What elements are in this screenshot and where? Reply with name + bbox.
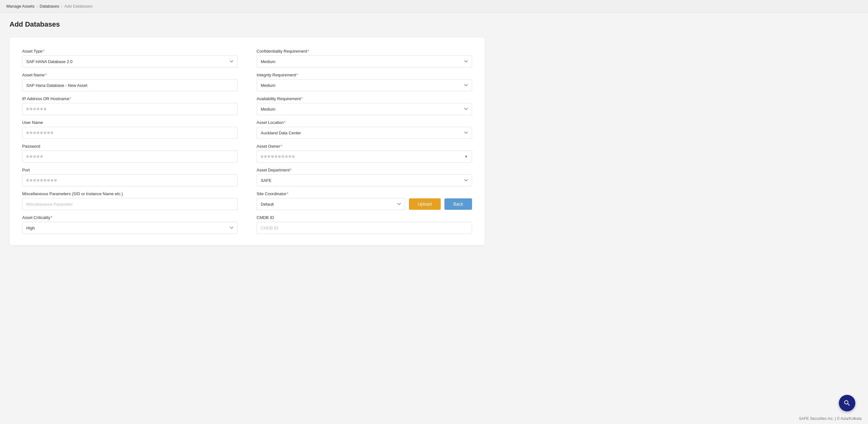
username-group: User Name xyxy=(22,120,238,139)
asset-location-group: Asset Location* Auckland Data Center Syd… xyxy=(257,120,472,139)
username-input[interactable] xyxy=(22,127,238,139)
dot-port1 xyxy=(26,179,29,182)
breadcrumb-add-databases: Add Databases xyxy=(64,4,93,8)
dot-p2 xyxy=(30,155,32,158)
dot-port2 xyxy=(30,179,32,182)
site-coordinator-row: Default Primary Secondary Upload Back xyxy=(257,198,472,210)
confidentiality-label: Confidentiality Requirement* xyxy=(257,49,472,54)
dot5 xyxy=(40,108,43,110)
asset-type-required: * xyxy=(43,49,44,54)
asset-department-label: Asset Department* xyxy=(257,168,472,172)
cmdb-id-input[interactable] xyxy=(257,222,472,234)
dot-o9 xyxy=(288,155,291,158)
breadcrumb: Manage Assets › Databases › Add Database… xyxy=(0,0,868,13)
upload-button[interactable]: Upload xyxy=(409,199,441,210)
dot-p1 xyxy=(26,155,29,158)
integrity-group: Integrity Requirement* Medium Low High xyxy=(257,72,472,91)
asset-name-input[interactable] xyxy=(22,79,238,91)
dot-o2 xyxy=(264,155,267,158)
password-label: Password xyxy=(22,144,238,149)
misc-params-label: Miscellaneous Parameters (SID or Instanc… xyxy=(22,191,238,196)
breadcrumb-sep-1: › xyxy=(36,4,38,8)
dot4 xyxy=(37,108,39,110)
ip-address-label: IP Address OR Hostname* xyxy=(22,96,238,101)
dot-port4 xyxy=(37,179,39,182)
asset-criticality-label: Asset Criticality* xyxy=(22,215,238,220)
port-group: Port xyxy=(22,168,238,186)
port-input[interactable] xyxy=(22,174,238,186)
availability-label: Availability Requirement* xyxy=(257,96,472,101)
dot2 xyxy=(30,108,32,110)
dot-port9 xyxy=(54,179,57,182)
asset-criticality-select[interactable]: High Medium Low xyxy=(22,222,238,234)
right-column: Confidentiality Requirement* Medium Low … xyxy=(257,49,472,234)
dot-o5 xyxy=(275,155,277,158)
asset-criticality-group: Asset Criticality* High Medium Low xyxy=(22,215,238,234)
site-coordinator-label: Site Coordinator* xyxy=(257,191,472,196)
dept-required: * xyxy=(290,168,291,172)
dot-port6 xyxy=(44,179,46,182)
dot-o6 xyxy=(278,155,281,158)
dot-port3 xyxy=(33,179,36,182)
ip-address-group: IP Address OR Hostname* xyxy=(22,96,238,115)
asset-owner-select[interactable]: ▼ xyxy=(257,151,472,162)
asset-type-label: Asset Type* xyxy=(22,49,238,54)
dot-u4 xyxy=(37,131,39,134)
password-input[interactable] xyxy=(22,151,238,162)
page-container: Add Databases Asset Type* SAP HANA Datab… xyxy=(0,13,494,253)
dot-u7 xyxy=(47,131,50,134)
asset-type-select[interactable]: SAP HANA Database 2.0 MySQL PostgreSQL O… xyxy=(22,56,238,67)
port-label: Port xyxy=(22,168,238,172)
coord-required: * xyxy=(287,191,288,196)
asset-location-select[interactable]: Auckland Data Center Sydney Data Center … xyxy=(257,127,472,139)
breadcrumb-databases[interactable]: Databases xyxy=(40,4,59,8)
password-group: Password xyxy=(22,144,238,162)
asset-owner-label: Asset Owner* xyxy=(257,144,472,149)
misc-params-group: Miscellaneous Parameters (SID or Instanc… xyxy=(22,191,238,210)
breadcrumb-manage-assets[interactable]: Manage Assets xyxy=(6,4,34,8)
integrity-select[interactable]: Medium Low High xyxy=(257,79,472,91)
avail-required: * xyxy=(301,96,303,101)
dot-u5 xyxy=(40,131,43,134)
form-grid: Asset Type* SAP HANA Database 2.0 MySQL … xyxy=(22,49,472,234)
dot-port5 xyxy=(40,179,43,182)
ip-address-input[interactable] xyxy=(22,103,238,115)
misc-params-input[interactable] xyxy=(22,198,238,210)
confidentiality-group: Confidentiality Requirement* Medium Low … xyxy=(257,49,472,67)
username-label: User Name xyxy=(22,120,238,125)
availability-select[interactable]: Medium Low High xyxy=(257,103,472,115)
dot-o4 xyxy=(271,155,274,158)
asset-department-group: Asset Department* SAFE IT Finance Operat… xyxy=(257,168,472,186)
dot-u8 xyxy=(51,131,53,134)
loc-required: * xyxy=(284,120,285,125)
cmdb-id-label: CMDB ID xyxy=(257,215,472,220)
dot-o3 xyxy=(268,155,270,158)
dot-p5 xyxy=(40,155,43,158)
dot-o10 xyxy=(292,155,294,158)
dot-o8 xyxy=(285,155,288,158)
dot-port7 xyxy=(47,179,50,182)
dot1 xyxy=(26,108,29,110)
left-column: Asset Type* SAP HANA Database 2.0 MySQL … xyxy=(22,49,238,234)
asset-owner-group: Asset Owner* xyxy=(257,144,472,162)
dot-o1 xyxy=(261,155,263,158)
criticality-required: * xyxy=(51,215,52,220)
back-button[interactable]: Back xyxy=(444,199,472,210)
owner-required: * xyxy=(280,144,282,149)
dot-u1 xyxy=(26,131,29,134)
dot6 xyxy=(44,108,46,110)
site-coordinator-select[interactable]: Default Primary Secondary xyxy=(257,198,405,210)
breadcrumb-sep-2: › xyxy=(61,4,62,8)
dot-p3 xyxy=(33,155,36,158)
asset-name-group: Asset Name* xyxy=(22,72,238,91)
form-card: Asset Type* SAP HANA Database 2.0 MySQL … xyxy=(9,37,485,245)
confidentiality-select[interactable]: Medium Low High xyxy=(257,56,472,67)
dot-o7 xyxy=(282,155,284,158)
asset-name-label: Asset Name* xyxy=(22,72,238,77)
ip-required: * xyxy=(70,96,71,101)
int-required: * xyxy=(296,72,298,77)
owner-chevron: ▼ xyxy=(464,155,468,158)
asset-owner-wrapper: ▼ xyxy=(257,151,472,162)
asset-department-select[interactable]: SAFE IT Finance Operations xyxy=(257,174,472,186)
dot-p4 xyxy=(37,155,39,158)
